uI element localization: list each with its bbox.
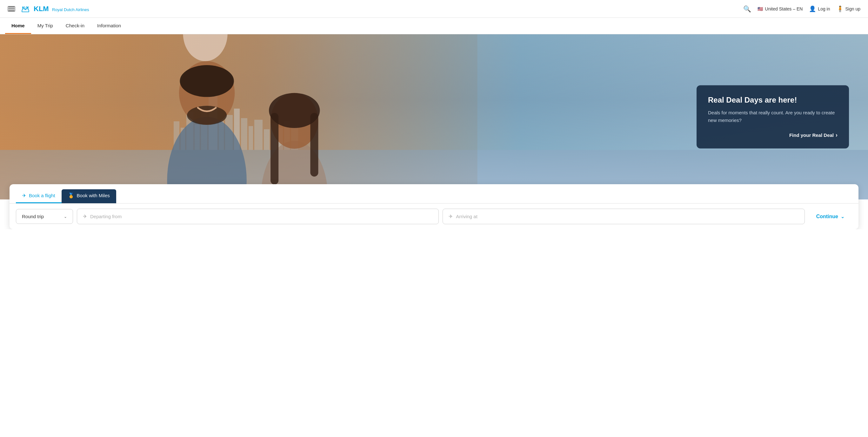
login-button[interactable]: 👤 Log in xyxy=(809,5,830,12)
nav-my-trip[interactable]: My Trip xyxy=(31,18,59,34)
hero-people-image xyxy=(0,34,477,199)
signup-label: Sign up xyxy=(845,6,860,11)
login-label: Log in xyxy=(818,6,830,11)
tab-book-miles[interactable]: 🏅 Book with Miles xyxy=(62,189,116,203)
svg-point-3 xyxy=(23,7,24,8)
booking-panel: ✈ Book a flight 🏅 Book with Miles Round … xyxy=(9,184,859,229)
klm-logo-link[interactable]: KLM KLM Royal Dutch Airlines xyxy=(20,3,89,14)
svg-rect-19 xyxy=(271,113,278,184)
arriving-input[interactable] xyxy=(456,214,799,219)
hamburger-menu-button[interactable] xyxy=(8,6,15,12)
tab-miles-label: Book with Miles xyxy=(77,193,110,198)
arriving-plane-icon: ✈ xyxy=(448,213,453,220)
flag-icon: 🇺🇸 xyxy=(757,6,763,11)
plane-tab-icon: ✈ xyxy=(22,193,26,199)
departing-field[interactable]: ✈ xyxy=(77,209,439,224)
deal-link[interactable]: Find your Real Deal › xyxy=(708,132,838,139)
signup-button[interactable]: 🧍 Sign up xyxy=(837,5,860,12)
svg-rect-20 xyxy=(310,113,318,176)
chevron-down-icon: ⌄ xyxy=(64,214,67,219)
search-button[interactable]: 🔍 xyxy=(743,5,751,13)
svg-point-4 xyxy=(25,8,26,10)
continue-chevron-icon: ⌄ xyxy=(841,214,844,219)
deal-link-text: Find your Real Deal xyxy=(789,133,834,138)
locale-button[interactable]: 🇺🇸 United States – EN xyxy=(757,6,803,11)
nav-check-in[interactable]: Check-in xyxy=(59,18,91,34)
trip-type-dropdown[interactable]: Round trip One way Multi-city xyxy=(22,214,61,219)
brand-text: KLM Royal Dutch Airlines xyxy=(34,5,89,13)
arriving-field[interactable]: ✈ xyxy=(442,209,805,224)
user-icon: 👤 xyxy=(809,5,816,12)
deal-title: Real Deal Days are here! xyxy=(708,96,838,105)
brand-tagline: Royal Dutch Airlines xyxy=(52,7,89,12)
nav-information[interactable]: Information xyxy=(91,18,127,34)
deal-card: Real Deal Days are here! Deals for momen… xyxy=(696,85,849,149)
booking-tabs: ✈ Book a flight 🏅 Book with Miles xyxy=(9,184,859,204)
tab-flight-label: Book a flight xyxy=(29,193,55,198)
continue-button[interactable]: Continue ⌄ xyxy=(809,209,852,224)
arrow-right-icon: › xyxy=(836,132,838,139)
miles-icon: 🏅 xyxy=(68,193,74,199)
svg-point-9 xyxy=(180,65,234,97)
continue-label: Continue xyxy=(816,214,838,220)
booking-fields: Round trip One way Multi-city ⌄ ✈ ✈ Cont… xyxy=(9,204,859,229)
klm-crown-icon: KLM xyxy=(20,3,31,14)
hero-section: Real Deal Days are here! Deals for momen… xyxy=(0,34,868,199)
locale-label: United States – EN xyxy=(765,6,803,11)
nav-home[interactable]: Home xyxy=(5,18,31,34)
svg-point-5 xyxy=(27,7,28,8)
deal-description: Deals for moments that really count. Are… xyxy=(708,109,838,124)
nav-left: KLM KLM Royal Dutch Airlines xyxy=(8,3,89,14)
tab-book-flight[interactable]: ✈ Book a flight xyxy=(16,189,62,203)
trip-type-selector[interactable]: Round trip One way Multi-city ⌄ xyxy=(16,209,73,224)
departing-plane-icon: ✈ xyxy=(83,213,87,220)
svg-point-10 xyxy=(187,106,227,125)
secondary-navigation: Home My Trip Check-in Information xyxy=(0,18,868,34)
brand-name: KLM xyxy=(34,5,49,13)
person-add-icon: 🧍 xyxy=(837,5,843,12)
top-navigation: KLM KLM Royal Dutch Airlines 🔍 🇺🇸 United… xyxy=(0,0,868,18)
search-icon: 🔍 xyxy=(743,5,751,12)
departing-input[interactable] xyxy=(90,214,433,219)
nav-right: 🔍 🇺🇸 United States – EN 👤 Log in 🧍 Sign … xyxy=(743,5,860,13)
